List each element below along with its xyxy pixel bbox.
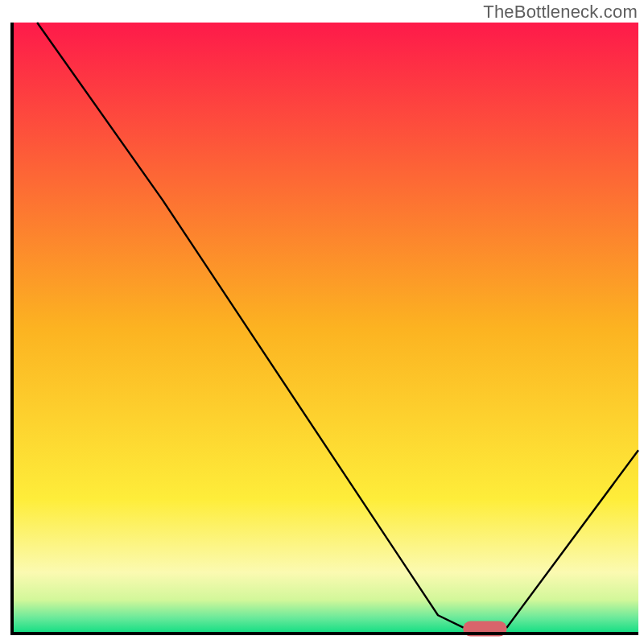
watermark-text: TheBottleneck.com bbox=[483, 2, 638, 23]
gradient-background bbox=[12, 23, 638, 634]
chart-svg bbox=[0, 0, 644, 644]
chart-container: TheBottleneck.com bbox=[0, 0, 644, 644]
